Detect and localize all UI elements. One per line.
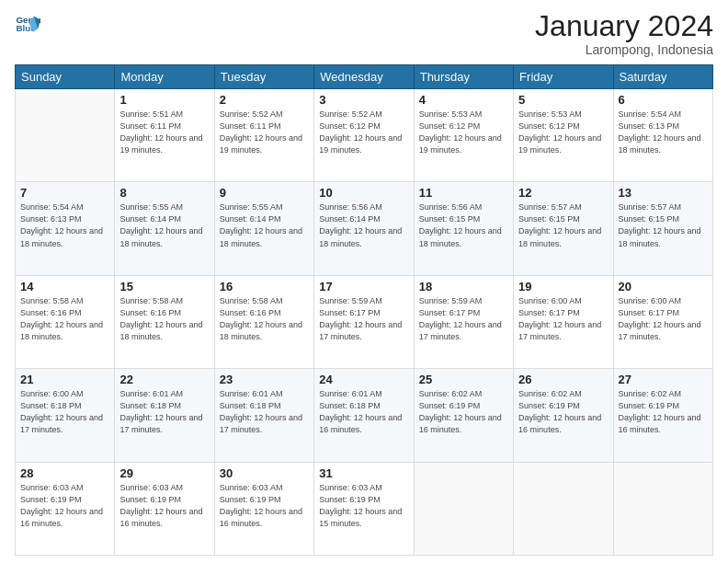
- calendar-week-row: 1 Sunrise: 5:51 AM Sunset: 6:11 PM Dayli…: [16, 89, 713, 182]
- day-number: 10: [319, 186, 408, 200]
- day-number: 13: [619, 186, 708, 200]
- table-row: 30 Sunrise: 6:03 AM Sunset: 6:19 PM Dayl…: [214, 462, 313, 555]
- table-row: 23 Sunrise: 6:01 AM Sunset: 6:18 PM Dayl…: [214, 369, 313, 462]
- day-info: Sunrise: 6:01 AM Sunset: 6:18 PM Dayligh…: [119, 388, 209, 436]
- header: General Blue January 2024 Larompong, Ind…: [15, 11, 713, 57]
- header-tuesday: Tuesday: [214, 65, 313, 89]
- table-row: 11 Sunrise: 5:56 AM Sunset: 6:15 PM Dayl…: [414, 182, 513, 275]
- weekday-header-row: Sunday Monday Tuesday Wednesday Thursday…: [16, 65, 713, 89]
- day-number: 2: [220, 93, 309, 107]
- day-info: Sunrise: 5:59 AM Sunset: 6:17 PM Dayligh…: [419, 295, 508, 343]
- table-row: 12 Sunrise: 5:57 AM Sunset: 6:15 PM Dayl…: [514, 182, 613, 275]
- day-number: 11: [419, 186, 508, 200]
- day-info: Sunrise: 6:03 AM Sunset: 6:19 PM Dayligh…: [220, 482, 309, 530]
- table-row: 19 Sunrise: 6:00 AM Sunset: 6:17 PM Dayl…: [514, 275, 613, 368]
- header-saturday: Saturday: [613, 65, 712, 89]
- table-row: 17 Sunrise: 5:59 AM Sunset: 6:17 PM Dayl…: [314, 275, 414, 368]
- day-info: Sunrise: 5:58 AM Sunset: 6:16 PM Dayligh…: [119, 295, 209, 343]
- table-row: 29 Sunrise: 6:03 AM Sunset: 6:19 PM Dayl…: [115, 462, 214, 555]
- calendar-week-row: 28 Sunrise: 6:03 AM Sunset: 6:19 PM Dayl…: [16, 462, 713, 555]
- day-info: Sunrise: 6:00 AM Sunset: 6:17 PM Dayligh…: [518, 295, 608, 343]
- day-number: 15: [119, 280, 209, 293]
- calendar-week-row: 21 Sunrise: 6:00 AM Sunset: 6:18 PM Dayl…: [16, 369, 713, 462]
- day-info: Sunrise: 6:00 AM Sunset: 6:18 PM Dayligh…: [20, 388, 109, 436]
- header-sunday: Sunday: [16, 65, 115, 89]
- day-number: 30: [220, 466, 309, 480]
- table-row: 31 Sunrise: 6:03 AM Sunset: 6:19 PM Dayl…: [314, 462, 414, 555]
- day-number: 18: [419, 280, 508, 293]
- day-number: 9: [220, 186, 309, 200]
- day-info: Sunrise: 5:57 AM Sunset: 6:15 PM Dayligh…: [619, 201, 708, 249]
- day-info: Sunrise: 5:53 AM Sunset: 6:12 PM Dayligh…: [419, 109, 508, 156]
- logo: General Blue: [15, 11, 40, 37]
- table-row: 7 Sunrise: 5:54 AM Sunset: 6:13 PM Dayli…: [16, 182, 115, 275]
- day-number: 25: [419, 373, 508, 386]
- day-info: Sunrise: 5:51 AM Sunset: 6:11 PM Dayligh…: [119, 109, 209, 156]
- day-info: Sunrise: 6:00 AM Sunset: 6:17 PM Dayligh…: [619, 295, 708, 343]
- day-info: Sunrise: 6:03 AM Sunset: 6:19 PM Dayligh…: [319, 482, 408, 530]
- day-info: Sunrise: 5:55 AM Sunset: 6:14 PM Dayligh…: [220, 201, 309, 249]
- header-friday: Friday: [514, 65, 613, 89]
- day-info: Sunrise: 5:52 AM Sunset: 6:11 PM Dayligh…: [220, 109, 309, 156]
- day-number: 16: [220, 280, 309, 293]
- table-row: 8 Sunrise: 5:55 AM Sunset: 6:14 PM Dayli…: [115, 182, 214, 275]
- day-info: Sunrise: 5:56 AM Sunset: 6:15 PM Dayligh…: [419, 201, 508, 249]
- table-row: 21 Sunrise: 6:00 AM Sunset: 6:18 PM Dayl…: [16, 369, 115, 462]
- day-number: 17: [319, 280, 408, 293]
- day-number: 31: [319, 466, 408, 480]
- day-info: Sunrise: 5:58 AM Sunset: 6:16 PM Dayligh…: [20, 295, 109, 343]
- day-info: Sunrise: 6:02 AM Sunset: 6:19 PM Dayligh…: [518, 388, 608, 436]
- header-wednesday: Wednesday: [314, 65, 414, 89]
- day-info: Sunrise: 6:01 AM Sunset: 6:18 PM Dayligh…: [220, 388, 309, 436]
- day-info: Sunrise: 6:02 AM Sunset: 6:19 PM Dayligh…: [619, 388, 708, 436]
- day-info: Sunrise: 6:03 AM Sunset: 6:19 PM Dayligh…: [20, 482, 109, 530]
- day-info: Sunrise: 5:57 AM Sunset: 6:15 PM Dayligh…: [518, 201, 608, 249]
- day-info: Sunrise: 5:54 AM Sunset: 6:13 PM Dayligh…: [619, 109, 708, 156]
- table-row: 13 Sunrise: 5:57 AM Sunset: 6:15 PM Dayl…: [613, 182, 712, 275]
- calendar-week-row: 7 Sunrise: 5:54 AM Sunset: 6:13 PM Dayli…: [16, 182, 713, 275]
- table-row: 27 Sunrise: 6:02 AM Sunset: 6:19 PM Dayl…: [613, 369, 712, 462]
- table-row: [16, 89, 115, 182]
- day-info: Sunrise: 5:58 AM Sunset: 6:16 PM Dayligh…: [220, 295, 309, 343]
- day-number: 28: [20, 466, 109, 480]
- location: Larompong, Indonesia: [535, 42, 713, 57]
- table-row: 3 Sunrise: 5:52 AM Sunset: 6:12 PM Dayli…: [314, 89, 414, 182]
- day-number: 26: [518, 373, 608, 386]
- day-info: Sunrise: 6:03 AM Sunset: 6:19 PM Dayligh…: [119, 482, 209, 530]
- day-number: 12: [518, 186, 608, 200]
- day-number: 8: [119, 186, 209, 200]
- table-row: 16 Sunrise: 5:58 AM Sunset: 6:16 PM Dayl…: [214, 275, 313, 368]
- table-row: [514, 462, 613, 555]
- day-info: Sunrise: 5:54 AM Sunset: 6:13 PM Dayligh…: [20, 201, 109, 249]
- table-row: 6 Sunrise: 5:54 AM Sunset: 6:13 PM Dayli…: [613, 89, 712, 182]
- day-number: 23: [220, 373, 309, 386]
- page: General Blue January 2024 Larompong, Ind…: [0, 0, 728, 563]
- day-number: 22: [119, 373, 209, 386]
- table-row: 25 Sunrise: 6:02 AM Sunset: 6:19 PM Dayl…: [414, 369, 513, 462]
- table-row: 14 Sunrise: 5:58 AM Sunset: 6:16 PM Dayl…: [16, 275, 115, 368]
- calendar-week-row: 14 Sunrise: 5:58 AM Sunset: 6:16 PM Dayl…: [16, 275, 713, 368]
- day-number: 27: [619, 373, 708, 386]
- month-title: January 2024: [535, 11, 713, 40]
- day-number: 21: [20, 373, 109, 386]
- table-row: [414, 462, 513, 555]
- table-row: 22 Sunrise: 6:01 AM Sunset: 6:18 PM Dayl…: [115, 369, 214, 462]
- day-number: 4: [419, 93, 508, 107]
- day-number: 14: [20, 280, 109, 293]
- day-info: Sunrise: 5:56 AM Sunset: 6:14 PM Dayligh…: [319, 201, 408, 249]
- table-row: 24 Sunrise: 6:01 AM Sunset: 6:18 PM Dayl…: [314, 369, 414, 462]
- table-row: 2 Sunrise: 5:52 AM Sunset: 6:11 PM Dayli…: [214, 89, 313, 182]
- day-number: 5: [518, 93, 608, 107]
- day-info: Sunrise: 5:55 AM Sunset: 6:14 PM Dayligh…: [119, 201, 209, 249]
- header-thursday: Thursday: [414, 65, 513, 89]
- day-number: 3: [319, 93, 408, 107]
- table-row: 26 Sunrise: 6:02 AM Sunset: 6:19 PM Dayl…: [514, 369, 613, 462]
- day-number: 6: [619, 93, 708, 107]
- day-number: 19: [518, 280, 608, 293]
- day-number: 29: [119, 466, 209, 480]
- table-row: [613, 462, 712, 555]
- header-monday: Monday: [115, 65, 214, 89]
- table-row: 4 Sunrise: 5:53 AM Sunset: 6:12 PM Dayli…: [414, 89, 513, 182]
- calendar-table: Sunday Monday Tuesday Wednesday Thursday…: [15, 64, 713, 556]
- logo-icon: General Blue: [15, 11, 40, 37]
